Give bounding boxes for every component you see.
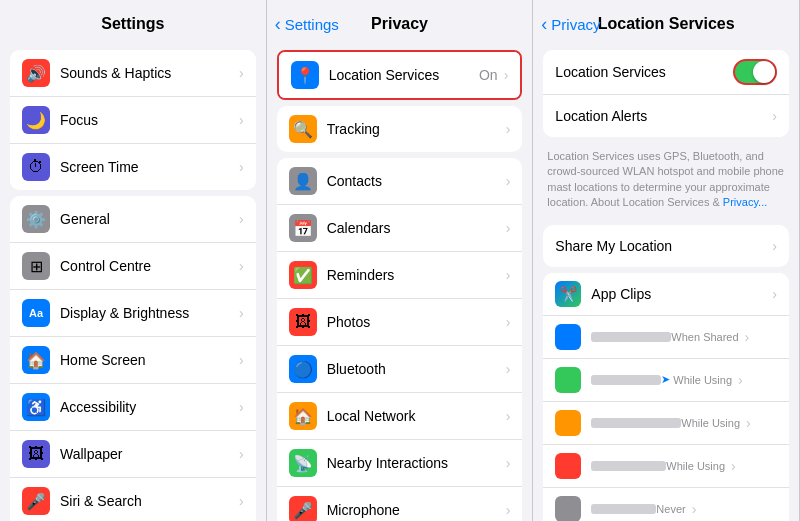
location-toggle-section: Location Services Location Alerts ›	[543, 50, 789, 137]
location-scroll[interactable]: Location Services Location Alerts › Loca…	[533, 44, 799, 521]
list-item[interactable]: ⚙️ General ›	[10, 196, 256, 243]
list-item[interactable]: ⊞ Control Centre ›	[10, 243, 256, 290]
nav-arrow-icon: ➤	[661, 373, 670, 386]
privacy-panel: ‹ Settings Privacy 📍 Location Services O…	[267, 0, 534, 521]
chevron-icon: ›	[239, 65, 244, 81]
list-item[interactable]: 🎤 Siri & Search ›	[10, 478, 256, 521]
back-chevron-icon: ‹	[541, 15, 547, 33]
status-text: Never	[656, 503, 685, 515]
location-services-panel: ‹ Privacy Location Services Location Ser…	[533, 0, 800, 521]
list-item[interactable]: 🏠 Local Network ›	[277, 393, 523, 440]
list-item[interactable]: 🔵 Bluetooth ›	[277, 346, 523, 393]
list-item[interactable]: 👤 Contacts ›	[277, 158, 523, 205]
back-chevron-icon: ‹	[275, 15, 281, 33]
chevron-icon: ›	[506, 408, 511, 424]
location-services-highlighted[interactable]: 📍 Location Services On ›	[277, 50, 523, 100]
nearbyinteractions-label: Nearby Interactions	[327, 455, 504, 471]
list-item[interactable]: 🏠 Home Screen ›	[10, 337, 256, 384]
screentime-icon: ⏱	[22, 153, 50, 181]
share-my-location-label: Share My Location	[555, 238, 770, 254]
chevron-icon: ›	[692, 501, 697, 517]
app-icon	[555, 367, 581, 393]
chevron-icon: ›	[731, 458, 736, 474]
photos-label: Photos	[327, 314, 504, 330]
app-status: While Using	[681, 417, 740, 429]
chevron-icon: ›	[239, 493, 244, 509]
on-value: On	[479, 67, 498, 83]
location-services-title: Location Services	[598, 15, 735, 33]
back-button[interactable]: ‹ Privacy	[541, 15, 600, 33]
list-item[interactable]: 📅 Calendars ›	[277, 205, 523, 252]
siri-icon: 🎤	[22, 487, 50, 515]
list-item[interactable]: ⏱ Screen Time ›	[10, 144, 256, 190]
calendars-icon: 📅	[289, 214, 317, 242]
chevron-icon: ›	[239, 305, 244, 321]
sounds-label: Sounds & Haptics	[60, 65, 237, 81]
app-row[interactable]: While Using ›	[543, 402, 789, 445]
list-item[interactable]: 🔍 Tracking ›	[277, 106, 523, 152]
display-label: Display & Brightness	[60, 305, 237, 321]
list-item[interactable]: 🖼 Photos ›	[277, 299, 523, 346]
chevron-icon: ›	[239, 159, 244, 175]
list-item[interactable]: 🖼 Wallpaper ›	[10, 431, 256, 478]
homescreen-label: Home Screen	[60, 352, 237, 368]
app-status: ➤While Using	[661, 373, 732, 386]
app-name-blur	[591, 332, 671, 342]
app-icon	[555, 324, 581, 350]
location-services-toggle-item[interactable]: Location Services	[543, 50, 789, 95]
status-text: When Shared	[671, 331, 738, 343]
status-text: While Using	[673, 374, 732, 386]
wallpaper-icon: 🖼	[22, 440, 50, 468]
share-my-location-item[interactable]: Share My Location ›	[543, 225, 789, 267]
back-button[interactable]: ‹ Settings	[275, 15, 339, 33]
app-status: When Shared	[671, 331, 738, 343]
focus-label: Focus	[60, 112, 237, 128]
list-item[interactable]: ♿ Accessibility ›	[10, 384, 256, 431]
back-label: Settings	[285, 16, 339, 33]
chevron-icon: ›	[746, 415, 751, 431]
chevron-icon: ›	[745, 329, 750, 345]
nearbyinteractions-icon: 📡	[289, 449, 317, 477]
list-item[interactable]: ✅ Reminders ›	[277, 252, 523, 299]
controlcenter-icon: ⊞	[22, 252, 50, 280]
app-icon	[555, 410, 581, 436]
location-services-label: Location Services	[329, 67, 479, 83]
list-item[interactable]: Aa Display & Brightness ›	[10, 290, 256, 337]
app-row[interactable]: ➤While Using ›	[543, 359, 789, 402]
privacy-link[interactable]: Privacy...	[723, 196, 767, 208]
location-services-item[interactable]: 📍 Location Services On ›	[279, 52, 521, 98]
list-item[interactable]: 📡 Nearby Interactions ›	[277, 440, 523, 487]
location-alerts-item[interactable]: Location Alerts ›	[543, 95, 789, 137]
reminders-icon: ✅	[289, 261, 317, 289]
wallpaper-label: Wallpaper	[60, 446, 237, 462]
app-clips-item[interactable]: ✂️ App Clips ›	[543, 273, 789, 316]
location-services-toggle[interactable]	[733, 59, 777, 85]
settings-scroll[interactable]: 🔊 Sounds & Haptics › 🌙 Focus › ⏱ Screen …	[0, 44, 266, 521]
chevron-icon: ›	[504, 67, 509, 83]
accessibility-label: Accessibility	[60, 399, 237, 415]
controlcenter-label: Control Centre	[60, 258, 237, 274]
chevron-icon: ›	[772, 286, 777, 302]
privacy-tracking-section: 🔍 Tracking ›	[277, 106, 523, 152]
photos-icon: 🖼	[289, 308, 317, 336]
chevron-icon: ›	[239, 399, 244, 415]
chevron-icon: ›	[506, 173, 511, 189]
app-row[interactable]: While Using ›	[543, 445, 789, 488]
app-icon	[555, 453, 581, 479]
app-row[interactable]: When Shared ›	[543, 316, 789, 359]
list-item[interactable]: 🎤 Microphone ›	[277, 487, 523, 521]
list-item[interactable]: 🔊 Sounds & Haptics ›	[10, 50, 256, 97]
privacy-scroll[interactable]: 📍 Location Services On › 🔍 Tracking › 👤 …	[267, 44, 533, 521]
location-description: Location Services uses GPS, Bluetooth, a…	[533, 143, 799, 219]
tracking-label: Tracking	[327, 121, 504, 137]
list-item[interactable]: 🌙 Focus ›	[10, 97, 256, 144]
back-label: Privacy	[551, 16, 600, 33]
app-clips-icon: ✂️	[555, 281, 581, 307]
general-label: General	[60, 211, 237, 227]
chevron-icon: ›	[239, 211, 244, 227]
focus-icon: 🌙	[22, 106, 50, 134]
contacts-icon: 👤	[289, 167, 317, 195]
settings-section-2: ⚙️ General › ⊞ Control Centre › Aa Displ…	[10, 196, 256, 521]
privacy-header: ‹ Settings Privacy	[267, 0, 533, 44]
app-row[interactable]: Never ›	[543, 488, 789, 521]
